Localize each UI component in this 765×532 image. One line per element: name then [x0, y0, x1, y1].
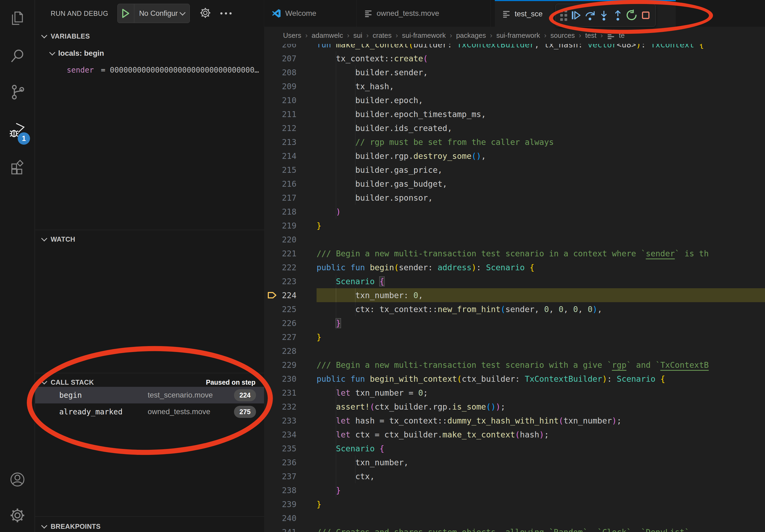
line-text[interactable]: } [317, 316, 765, 330]
breadcrumb-item[interactable]: packages [456, 31, 486, 40]
line-text[interactable]: builder.gas_budget, [317, 177, 765, 191]
line-text[interactable]: txn_number, [317, 455, 765, 469]
line-gutter[interactable]: 233 [264, 413, 317, 427]
run-debug-tab[interactable]: 1 [0, 115, 35, 147]
line-text[interactable]: ctx, [317, 469, 765, 483]
line-text[interactable]: } [317, 483, 765, 497]
call-stack-frame-already_marked[interactable]: already_markedowned_tests.move275 [35, 403, 264, 420]
line-gutter[interactable]: 225 [264, 302, 317, 316]
line-text[interactable]: builder.rgp.destroy_some(), [317, 149, 765, 163]
line-gutter[interactable]: 217 [264, 191, 317, 205]
line-text[interactable]: tx_context::create( [317, 51, 765, 65]
line-text[interactable] [317, 511, 765, 525]
call-stack-frame-begin[interactable]: begintest_scenario.move224 [35, 387, 264, 403]
line-text[interactable]: Scenario { [317, 274, 765, 288]
line-text[interactable]: let ctx = ctx_builder.make_tx_context(ha… [317, 427, 765, 441]
line-gutter[interactable]: 223 [264, 274, 317, 288]
line-gutter[interactable]: 215 [264, 163, 317, 177]
line-gutter[interactable]: 226 [264, 316, 317, 330]
line-text[interactable]: let hash = tx_context::dummy_tx_hash_wit… [317, 413, 765, 427]
line-gutter[interactable]: 224 [264, 288, 317, 302]
extensions-tab[interactable] [0, 152, 35, 184]
watch-section-header[interactable]: WATCH [35, 231, 264, 247]
line-text[interactable]: builder.sender, [317, 65, 765, 79]
breadcrumb-item[interactable]: sources [550, 31, 575, 40]
line-text[interactable]: builder.ids_created, [317, 121, 765, 135]
breadcrumb-item[interactable]: sui [353, 31, 362, 40]
variable-sender-row[interactable]: sender = 0000000000000000000000000000000… [35, 62, 264, 78]
line-gutter[interactable]: 221 [264, 246, 317, 260]
breadcrumb-file[interactable]: te [619, 31, 625, 40]
line-text[interactable]: ctx: tx_context::new_from_hint(sender, 0… [317, 302, 765, 316]
line-gutter[interactable]: 209 [264, 79, 317, 93]
line-text[interactable] [317, 232, 765, 246]
line-text[interactable]: ) [317, 205, 765, 219]
line-gutter[interactable]: 214 [264, 149, 317, 163]
continue-button[interactable] [569, 6, 583, 25]
line-gutter[interactable]: 229 [264, 358, 317, 372]
debug-settings-button[interactable] [200, 7, 211, 20]
tab-welcome[interactable]: Welcome [264, 0, 357, 27]
step-over-button[interactable] [583, 6, 597, 25]
account-button[interactable] [0, 464, 35, 496]
line-gutter[interactable]: 222 [264, 260, 317, 274]
line-gutter[interactable]: 235 [264, 441, 317, 455]
line-text[interactable]: /// Begin a new multi-transaction test s… [317, 246, 765, 260]
line-text[interactable]: txn_number: 0, [317, 288, 765, 302]
line-gutter[interactable]: 207 [264, 51, 317, 65]
line-gutter[interactable]: 213 [264, 135, 317, 149]
line-text[interactable]: assert!(ctx_builder.rgp.is_some()); [317, 400, 765, 413]
start-debug-button[interactable] [118, 4, 134, 23]
line-gutter[interactable]: 212 [264, 121, 317, 135]
line-text[interactable]: builder.gas_price, [317, 163, 765, 177]
line-text[interactable]: // rgp must be set from the caller alway… [317, 135, 765, 149]
source-control-tab[interactable] [0, 77, 35, 109]
explorer-tab[interactable] [0, 3, 35, 35]
line-gutter[interactable]: 220 [264, 232, 317, 246]
line-text[interactable]: let txn_number = 0; [317, 386, 765, 400]
breadcrumb-item[interactable]: sui-framework [496, 31, 540, 40]
line-gutter[interactable]: 208 [264, 65, 317, 79]
line-gutter[interactable]: 238 [264, 483, 317, 497]
search-tab[interactable] [0, 40, 35, 72]
toolbar-drag-handle-icon[interactable] [558, 8, 569, 23]
breadcrumb-item[interactable]: crates [373, 31, 391, 40]
line-gutter[interactable]: 236 [264, 455, 317, 469]
line-gutter[interactable]: 227 [264, 330, 317, 344]
breadcrumb-item[interactable]: sui-framework [402, 31, 446, 40]
line-gutter[interactable]: 240 [264, 511, 317, 525]
line-gutter[interactable]: 228 [264, 344, 317, 358]
line-gutter[interactable]: 231 [264, 386, 317, 400]
line-text[interactable]: builder.epoch, [317, 93, 765, 107]
line-gutter[interactable]: 211 [264, 107, 317, 121]
line-gutter[interactable]: 239 [264, 497, 317, 511]
scope-locals-row[interactable]: locals: begin [35, 45, 264, 62]
tab-owned-tests-move[interactable]: owned_tests.move [357, 0, 491, 27]
stop-button[interactable] [639, 6, 653, 25]
line-text[interactable]: /// Begin a new multi-transaction test s… [317, 358, 765, 372]
variables-section-header[interactable]: VARIABLES [35, 28, 264, 45]
settings-button[interactable] [0, 500, 35, 532]
line-gutter[interactable]: 210 [264, 93, 317, 107]
more-actions-button[interactable] [220, 12, 232, 14]
step-into-button[interactable] [597, 6, 611, 25]
line-text[interactable]: /// Creates and shares system objects, a… [317, 525, 765, 532]
line-gutter[interactable]: 216 [264, 177, 317, 191]
line-text[interactable]: builder.epoch_timestamp_ms, [317, 107, 765, 121]
line-text[interactable]: tx_hash, [317, 79, 765, 93]
breakpoints-section-header[interactable]: BREAKPOINTS [35, 518, 264, 532]
line-text[interactable]: Scenario { [317, 441, 765, 455]
line-text[interactable]: builder.sponsor, [317, 191, 765, 205]
line-text[interactable]: public fun begin_with_context(ctx_builde… [317, 372, 765, 386]
step-out-button[interactable] [611, 6, 625, 25]
breadcrumb-item[interactable]: adamwelc [312, 31, 343, 40]
breadcrumb-item[interactable]: Users [283, 31, 301, 40]
line-text[interactable]: } [317, 219, 765, 232]
config-dropdown[interactable]: No Configur [134, 9, 190, 18]
line-gutter[interactable]: 232 [264, 400, 317, 413]
line-gutter[interactable]: 237 [264, 469, 317, 483]
line-text[interactable]: } [317, 497, 765, 511]
restart-button[interactable] [625, 6, 639, 25]
line-gutter[interactable]: 241 [264, 525, 317, 532]
line-gutter[interactable]: 234 [264, 427, 317, 441]
